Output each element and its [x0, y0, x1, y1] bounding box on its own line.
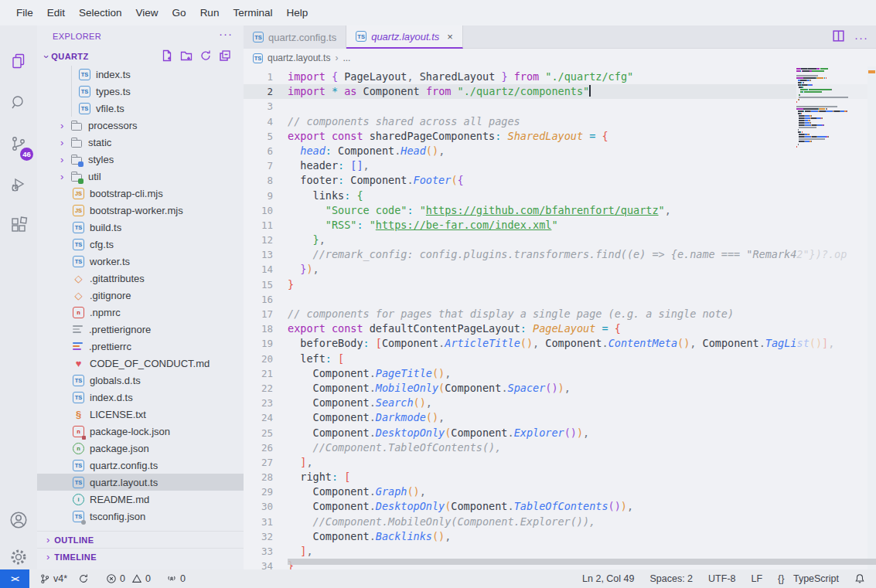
code-line-31[interactable]: 31//Component.MobileOnly(Component.Explo…	[244, 515, 876, 529]
code-line-24[interactable]: 24Component.Darkmode(),	[244, 410, 876, 425]
code-line-28[interactable]: 28right: [	[244, 470, 876, 484]
tree-item-bootstrap-worker.mjs[interactable]: JSbootstrap-worker.mjs	[37, 202, 244, 219]
tree-item-processors[interactable]: ›processors	[37, 117, 244, 134]
editor-more-actions-icon[interactable]: ···	[854, 31, 868, 44]
encoding[interactable]: UTF-8	[700, 569, 743, 588]
menu-terminal[interactable]: Terminal	[226, 4, 279, 22]
code-area[interactable]: 1import { PageLayout, SharedLayout } fro…	[244, 66, 876, 569]
menu-file[interactable]: File	[9, 4, 40, 22]
tree-item-types.ts[interactable]: TStypes.ts	[37, 83, 244, 100]
broadcast-item[interactable]: 0	[161, 569, 191, 588]
language-mode[interactable]: {} TypeScript	[770, 569, 847, 588]
problems-item[interactable]: 0 0	[101, 569, 156, 588]
tree-item-styles[interactable]: ›styles	[37, 151, 244, 168]
search-icon[interactable]	[0, 87, 37, 118]
horizontal-scrollbar[interactable]	[288, 559, 876, 565]
code-line-3[interactable]: 3	[244, 99, 876, 114]
new-folder-icon[interactable]	[180, 49, 193, 65]
project-section-header[interactable]: › QUARTZ	[37, 47, 244, 66]
tree-item-util[interactable]: ›util	[37, 168, 244, 185]
code-line-11[interactable]: 11"RSS": "https://be-far.com/index.xml"	[244, 218, 876, 233]
split-editor-icon[interactable]	[832, 29, 845, 46]
tree-item-tsconfig.json[interactable]: TStsconfig.json	[37, 508, 244, 525]
code-line-4[interactable]: 4// components shared across all pages	[244, 114, 876, 129]
minimap[interactable]	[796, 68, 867, 148]
menu-edit[interactable]: Edit	[40, 4, 72, 22]
breadcrumb-file[interactable]: quartz.layout.ts	[268, 53, 330, 63]
timeline-section[interactable]: › TIMELINE	[37, 548, 244, 565]
tree-item-.prettierignore[interactable]: .prettierignore	[37, 321, 244, 338]
tree-item-quartz.layout.ts[interactable]: TSquartz.layout.ts	[37, 474, 244, 491]
run-debug-icon[interactable]	[0, 169, 37, 200]
tree-item-static[interactable]: ›static	[37, 134, 244, 151]
code-line-8[interactable]: 8footer: Component.Footer({	[244, 173, 876, 188]
tree-item-index.d.ts[interactable]: TSindex.d.ts	[37, 389, 244, 406]
code-line-29[interactable]: 29Component.Graph(),	[244, 484, 876, 499]
code-line-33[interactable]: 33],	[244, 544, 876, 559]
sync-item[interactable]	[73, 569, 94, 588]
menu-selection[interactable]: Selection	[72, 4, 129, 22]
sidebar-more-actions-icon[interactable]: ···	[219, 27, 233, 40]
code-line-22[interactable]: 22Component.MobileOnly(Component.Spacer(…	[244, 381, 876, 396]
tree-item-.npmrc[interactable]: n.npmrc	[37, 304, 244, 321]
tree-item-CODE_OF_CONDUCT.md[interactable]: ♥CODE_OF_CONDUCT.md	[37, 355, 244, 372]
tree-item-package.json[interactable]: npackage.json	[37, 440, 244, 457]
code-line-32[interactable]: 32Component.Backlinks(),	[244, 529, 876, 544]
code-line-18[interactable]: 18export const defaultContentPageLayout:…	[244, 321, 876, 336]
code-line-30[interactable]: 30Component.DesktopOnly(Component.TableO…	[244, 499, 876, 514]
tree-item-package-lock.json[interactable]: npackage-lock.json	[37, 423, 244, 440]
collapse-all-icon[interactable]	[219, 49, 231, 65]
tree-item-README.md[interactable]: iREADME.md	[37, 491, 244, 508]
extensions-icon[interactable]	[0, 209, 37, 240]
tree-item-index.ts[interactable]: TSindex.ts	[37, 66, 244, 83]
code-line-13[interactable]: 13//remark_config: config.plugins.transf…	[244, 247, 876, 262]
indentation[interactable]: Spaces: 2	[642, 569, 700, 588]
account-icon[interactable]	[0, 505, 37, 535]
cursor-position[interactable]: Ln 2, Col 49	[574, 569, 642, 588]
code-line-2[interactable]: 2import * as Component from "./quartz/co…	[244, 84, 876, 99]
notifications-bell-icon[interactable]	[847, 569, 876, 588]
settings-gear-icon[interactable]	[0, 542, 37, 573]
tree-item-globals.d.ts[interactable]: TSglobals.d.ts	[37, 372, 244, 389]
tree-item-cfg.ts[interactable]: TScfg.ts	[37, 236, 244, 253]
tree-item-.prettierrc[interactable]: .prettierrc	[37, 338, 244, 355]
menu-help[interactable]: Help	[279, 4, 315, 22]
breadcrumb-symbol[interactable]: ...	[343, 53, 350, 63]
remote-indicator[interactable]: ><	[0, 569, 29, 588]
tree-item-vfile.ts[interactable]: TSvfile.ts	[37, 100, 244, 117]
menu-go[interactable]: Go	[165, 4, 193, 22]
menu-view[interactable]: View	[129, 4, 165, 22]
tab-quartz-config[interactable]: TS quartz.config.ts	[244, 25, 346, 49]
explorer-icon[interactable]	[0, 46, 37, 76]
tree-item-quartz.config.ts[interactable]: TSquartz.config.ts	[37, 457, 244, 474]
refresh-icon[interactable]	[199, 49, 212, 65]
code-line-16[interactable]: 16	[244, 292, 876, 307]
code-line-5[interactable]: 5export const sharedPageComponents: Shar…	[244, 129, 876, 144]
code-line-10[interactable]: 10"Source code": "https://github.com/bfa…	[244, 203, 876, 218]
outline-section[interactable]: › OUTLINE	[37, 531, 244, 548]
code-line-26[interactable]: 26//Component.TableOfContents(),	[244, 440, 876, 455]
code-line-25[interactable]: 25Component.DesktopOnly(Component.Explor…	[244, 426, 876, 440]
git-branch-item[interactable]: v4*	[34, 569, 73, 588]
tree-item-bootstrap-cli.mjs[interactable]: JSbootstrap-cli.mjs	[37, 185, 244, 202]
code-line-21[interactable]: 21Component.PageTitle(),	[244, 366, 876, 381]
close-icon[interactable]: ×	[447, 31, 453, 42]
code-line-1[interactable]: 1import { PageLayout, SharedLayout } fro…	[244, 70, 876, 84]
code-line-15[interactable]: 15}	[244, 277, 876, 292]
menu-run[interactable]: Run	[193, 4, 227, 22]
code-line-9[interactable]: 9links: {	[244, 189, 876, 203]
tree-item-worker.ts[interactable]: TSworker.ts	[37, 253, 244, 270]
code-line-7[interactable]: 7header: [],	[244, 158, 876, 173]
tree-item-.gitignore[interactable]: ◇.gitignore	[37, 287, 244, 304]
code-line-19[interactable]: 19beforeBody: [Component.ArticleTitle(),…	[244, 336, 876, 351]
code-line-12[interactable]: 12},	[244, 233, 876, 247]
eol-sequence[interactable]: LF	[744, 569, 771, 588]
tree-item-build.ts[interactable]: TSbuild.ts	[37, 219, 244, 236]
tree-item-.gitattributes[interactable]: ◇.gitattributes	[37, 270, 244, 287]
new-file-icon[interactable]	[161, 49, 173, 65]
source-control-icon[interactable]: 46	[0, 128, 37, 159]
code-line-6[interactable]: 6head: Component.Head(),	[244, 144, 876, 158]
code-line-14[interactable]: 14}),	[244, 262, 876, 277]
code-line-17[interactable]: 17// components for pages that display a…	[244, 307, 876, 321]
tree-item-LICENSE.txt[interactable]: §LICENSE.txt	[37, 406, 244, 423]
